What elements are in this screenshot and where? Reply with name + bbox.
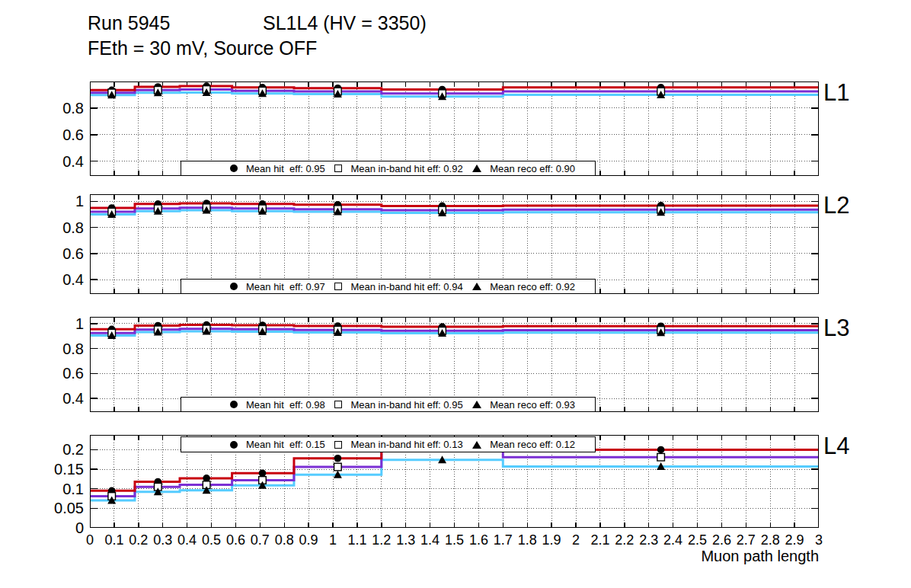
panel-l4-legend: Mean hit eff: 0.15 Mean in-band hit eff:… xyxy=(181,436,596,452)
conditions-title: FEth = 30 mV, Source OFF xyxy=(88,37,317,59)
filled-triangle-icon xyxy=(472,283,481,290)
legend-label-reco: Mean reco eff: 0.92 xyxy=(490,281,575,292)
legend-entry-hit: Mean hit eff: 0.15 xyxy=(230,439,325,450)
legend-entry-inband: Mean in-band hit eff: 0.94 xyxy=(334,281,462,292)
filled-triangle-icon xyxy=(472,401,481,408)
filled-triangle-icon xyxy=(472,441,481,449)
y-tick-label: 1 xyxy=(21,193,84,210)
layer-label-l2: L2 xyxy=(823,192,849,219)
legend-label-hit: Mean hit eff: 0.15 xyxy=(246,439,325,450)
legend-entry-inband: Mean in-band hit eff: 0.92 xyxy=(334,163,462,174)
y-tick-label: 0.6 xyxy=(21,365,84,382)
legend-label-reco: Mean reco eff: 0.93 xyxy=(490,399,575,411)
x-tick-label: 3 xyxy=(800,532,838,548)
legend-label-reco: Mean reco eff: 0.12 xyxy=(490,439,575,450)
filled-triangle-icon xyxy=(472,165,481,172)
y-tick-label: 0.4 xyxy=(21,153,84,171)
y-tick-label: 0.6 xyxy=(21,245,84,263)
x-axis-title: Muon path length xyxy=(590,548,819,565)
legend-label-inband: Mean in-band hit eff: 0.92 xyxy=(350,163,462,174)
y-tick-label: 0.1 xyxy=(21,481,84,498)
layer-label-l3: L3 xyxy=(823,315,849,342)
filled-circle-icon xyxy=(230,401,238,408)
y-tick-label: 0.4 xyxy=(21,271,84,289)
legend-entry-reco: Mean reco eff: 0.12 xyxy=(472,439,575,450)
panel-l1-legend: Mean hit eff: 0.95 Mean in-band hit eff:… xyxy=(181,161,596,176)
layer-label-l4: L4 xyxy=(823,433,849,460)
legend-entry-hit: Mean hit eff: 0.97 xyxy=(230,281,325,292)
legend-label-inband: Mean in-band hit eff: 0.13 xyxy=(350,439,462,450)
filled-circle-icon xyxy=(230,441,238,449)
legend-entry-inband: Mean in-band hit eff: 0.13 xyxy=(334,439,462,450)
legend-label-inband: Mean in-band hit eff: 0.95 xyxy=(350,399,462,411)
y-tick-label: 0.05 xyxy=(21,500,84,517)
legend-entry-reco: Mean reco eff: 0.93 xyxy=(472,399,575,411)
legend-entry-hit: Mean hit eff: 0.98 xyxy=(230,399,325,411)
open-square-icon xyxy=(334,401,342,408)
root-canvas: Run 5945 SL1L4 (HV = 3350) FEth = 30 mV,… xyxy=(0,0,911,588)
run-title: Run 5945 xyxy=(88,12,170,34)
y-tick-label: 0.8 xyxy=(21,100,84,117)
legend-label-hit: Mean hit eff: 0.95 xyxy=(246,163,325,174)
open-square-icon xyxy=(334,165,342,172)
open-square-icon xyxy=(334,283,342,290)
legend-entry-inband: Mean in-band hit eff: 0.95 xyxy=(334,399,462,411)
filled-circle-icon xyxy=(230,283,238,290)
y-tick-label: 0.4 xyxy=(21,390,84,407)
y-tick-label: 0.2 xyxy=(21,441,84,459)
y-tick-label: 1 xyxy=(21,315,84,333)
legend-label-hit: Mean hit eff: 0.97 xyxy=(246,281,325,292)
y-tick-label: 0.15 xyxy=(21,461,84,478)
y-tick-label: 0.8 xyxy=(21,340,84,358)
legend-label-hit: Mean hit eff: 0.98 xyxy=(246,399,325,411)
legend-entry-reco: Mean reco eff: 0.90 xyxy=(472,163,575,174)
legend-entry-hit: Mean hit eff: 0.95 xyxy=(230,163,325,174)
legend-label-inband: Mean in-band hit eff: 0.94 xyxy=(350,281,462,292)
panel-l3-legend: Mean hit eff: 0.98 Mean in-band hit eff:… xyxy=(181,397,596,412)
panel-l2-legend: Mean hit eff: 0.97 Mean in-band hit eff:… xyxy=(181,279,596,294)
y-tick-label: 0.6 xyxy=(21,126,84,144)
open-square-icon xyxy=(334,441,342,449)
y-tick-label: 0.8 xyxy=(21,219,84,237)
legend-label-reco: Mean reco eff: 0.90 xyxy=(490,163,575,174)
layer-label-l1: L1 xyxy=(823,79,849,107)
chamber-title: SL1L4 (HV = 3350) xyxy=(263,12,427,34)
filled-circle-icon xyxy=(230,165,238,172)
legend-entry-reco: Mean reco eff: 0.92 xyxy=(472,281,575,292)
